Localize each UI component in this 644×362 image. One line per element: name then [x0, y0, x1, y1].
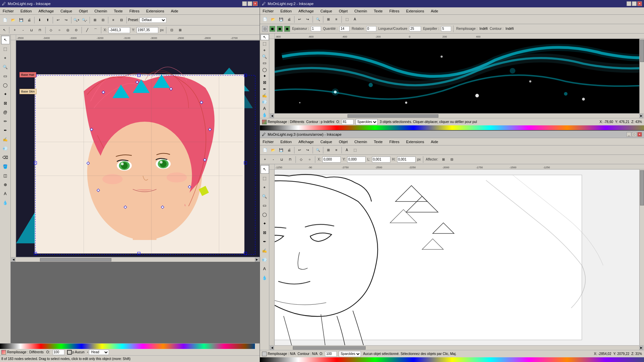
menu-filtres[interactable]: Filtres [128, 8, 141, 14]
rb-minimize-btn[interactable]: _ [627, 132, 631, 137]
rt-zoom-btn[interactable]: 🔍 [314, 16, 322, 23]
rb-menu-fichier[interactable]: Fichier [261, 139, 275, 144]
rb-menu-extensions[interactable]: Extensions [405, 139, 426, 144]
maximize-button[interactable]: □ [248, 1, 252, 6]
join-node-btn[interactable]: ⊔ [28, 26, 35, 34]
cusp-node-btn[interactable]: ◇ [47, 26, 55, 34]
rb-menu-chemin[interactable]: Chemin [353, 139, 368, 144]
rt-fill-indicator[interactable]: Remplissage : Différents [262, 120, 304, 124]
rb-scrollbar-v[interactable] [639, 170, 644, 345]
scroll-left-arrow[interactable]: ◀ [11, 258, 15, 262]
rb-rect-tool2[interactable]: ▭ [260, 201, 269, 210]
export-button[interactable]: ⬆ [44, 16, 51, 24]
rt-menu-filtres[interactable]: Filtres [388, 8, 401, 14]
preset-select[interactable]: Défaut [140, 17, 166, 23]
menu-extensions[interactable]: Extensions [145, 8, 166, 14]
rb-type-btn[interactable]: A [343, 146, 351, 154]
rb-del-node[interactable]: - [270, 156, 277, 163]
zoom-tool[interactable]: 🔍 [1, 63, 10, 71]
rt-scroll-thumb-v[interactable] [640, 40, 644, 62]
rt-align-btn[interactable]: ≡ [333, 16, 340, 23]
rb-add-node[interactable]: + [261, 156, 269, 163]
menu-chemin[interactable]: Chemin [93, 8, 108, 14]
rt-spray-tool[interactable]: 💨 [260, 99, 269, 105]
menu-texte[interactable]: Texte [112, 8, 124, 14]
rb-redo-btn[interactable]: ↪ [304, 146, 311, 154]
star-tool[interactable]: ✦ [1, 90, 10, 99]
rb-fill-box[interactable] [262, 352, 267, 356]
rb-align-btn[interactable]: ≡ [333, 146, 340, 154]
rt-minimize-button[interactable]: _ [627, 1, 631, 6]
text-tool[interactable]: A [1, 189, 10, 198]
rt-menu-affichage[interactable]: Affichage [297, 8, 315, 14]
rb-pen-tool2[interactable]: ✒ [260, 237, 269, 246]
bucket-tool[interactable]: 🪣 [1, 162, 10, 171]
rb-scroll-thumb-v[interactable] [640, 170, 644, 205]
rb-menu-filtres[interactable]: Filtres [388, 139, 401, 144]
rt-menu-chemin[interactable]: Chemin [353, 8, 368, 14]
rt-menu-aide[interactable]: Aide [429, 8, 439, 14]
rt-maximize-button[interactable]: □ [632, 1, 637, 6]
rt-pen-tool[interactable]: ✒ [260, 86, 269, 92]
pencil-tool[interactable]: ✏ [1, 117, 10, 126]
show-handle-btn[interactable]: ⊡ [168, 26, 175, 34]
rt-3d-tool[interactable]: ⊠ [260, 79, 269, 85]
rt-open-btn[interactable]: 📂 [269, 16, 277, 23]
rb-maximize-btn[interactable]: □ [632, 132, 637, 137]
rt-save-btn[interactable]: 💾 [277, 16, 285, 23]
gradient-tool[interactable]: ◫ [1, 171, 10, 180]
rb-arrow-tool[interactable]: ↖ [260, 165, 269, 174]
rb-y-input[interactable] [347, 157, 366, 163]
y-input[interactable] [137, 27, 158, 33]
rb-open-btn[interactable]: 📂 [269, 146, 277, 154]
rb-scroll-right[interactable]: ▶ [639, 346, 643, 350]
rb-l-input[interactable] [372, 157, 390, 163]
rt-zoom-tool2[interactable]: 🔍 [260, 54, 269, 60]
rt-undo-btn[interactable]: ↩ [296, 16, 303, 23]
x-input[interactable] [108, 27, 130, 33]
right-bottom-title-bar[interactable]: 🖊 MoOnLight.svg:3 (contours/arrow) - Ink… [260, 131, 644, 138]
rt-arrow-tool[interactable]: ↖ [260, 34, 269, 40]
circle-tool[interactable]: ◯ [1, 81, 10, 89]
rb-dropper-tool2[interactable]: 💧 [260, 274, 269, 282]
rt-scroll-right[interactable]: ▶ [639, 114, 643, 118]
left-canvas-content[interactable]: Base Hair Base Skin [16, 40, 260, 257]
rt-dropper-tool[interactable]: 💧 [260, 112, 269, 118]
epaisseur-input[interactable] [311, 26, 321, 32]
rect-tool[interactable]: ▭ [1, 72, 10, 80]
rt-fill-box[interactable] [262, 120, 267, 124]
rb-zoom-btn[interactable]: 🔍 [314, 146, 322, 154]
longueur-input[interactable] [409, 26, 421, 32]
rt-menu-texte[interactable]: Texte [372, 8, 384, 14]
rb-canvas-content[interactable] [275, 170, 644, 345]
menu-affichage[interactable]: Affichage [37, 8, 55, 14]
rb-text-tool2[interactable]: A [260, 264, 269, 273]
rb-star-tool2[interactable]: ✦ [260, 219, 269, 228]
new-button[interactable]: 📄 [1, 16, 9, 24]
rb-spray-tool2[interactable]: 💨 [260, 255, 269, 264]
tweak-tool[interactable]: ⌖ [1, 54, 10, 62]
rt-brush-select[interactable]: Sparckles [356, 119, 378, 125]
del-node-btn[interactable]: - [19, 26, 27, 34]
brush-select[interactable]: Head [89, 350, 109, 355]
menu-edition[interactable]: Edition [19, 8, 33, 14]
mode-btn-3[interactable]: ◼ [277, 26, 283, 32]
group-button[interactable]: ⊞ [91, 16, 99, 24]
rb-join-node[interactable]: ⊔ [278, 156, 285, 163]
import-button[interactable]: ⬇ [36, 16, 43, 24]
save-button[interactable]: 💾 [17, 16, 25, 24]
rt-print-btn[interactable]: 🖨 [285, 16, 293, 23]
rb-group-btn[interactable]: ⊞ [325, 146, 332, 154]
ungroup-button[interactable]: ⊟ [99, 16, 107, 24]
rt-star-tool[interactable]: ✦ [260, 73, 269, 79]
connector-tool[interactable]: ⊕ [1, 180, 10, 189]
rb-menu-texte[interactable]: Texte [372, 139, 384, 144]
rb-scrollbar-h[interactable]: ◀ ▶ [269, 345, 644, 350]
select-tool-btn[interactable]: ↖ [1, 27, 7, 33]
mode-btn-1[interactable]: ◻ [262, 26, 268, 32]
mode-btn-4[interactable]: ◼ [284, 26, 290, 32]
rb-cusp-node[interactable]: ◇ [298, 156, 305, 163]
rb-callig-tool2[interactable]: ✍ [260, 246, 269, 255]
rt-group-btn[interactable]: ⊞ [325, 16, 332, 23]
rt-callig-tool[interactable]: ✍ [260, 93, 269, 99]
